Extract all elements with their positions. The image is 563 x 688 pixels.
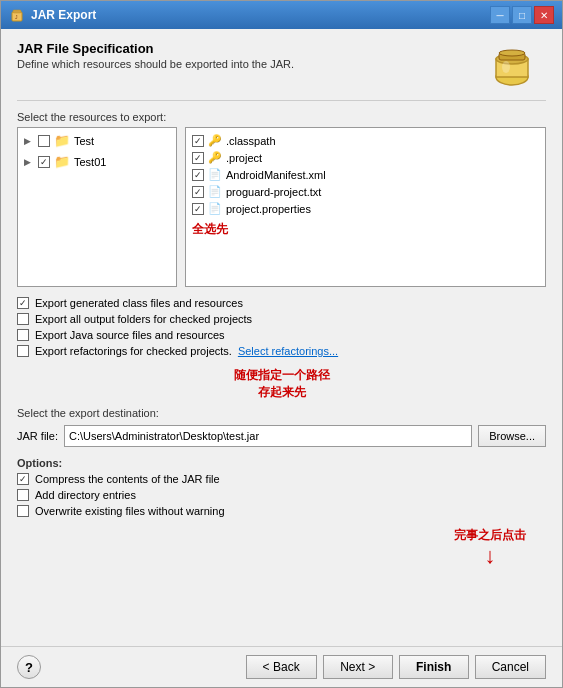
jar-checkbox-1[interactable] [17, 489, 29, 501]
export-option-label-2: Export Java source files and resources [35, 329, 225, 341]
header-area: JAR File Specification Define which reso… [17, 41, 546, 101]
svg-point-8 [502, 61, 510, 73]
file-checkbox-properties[interactable] [192, 203, 204, 215]
annotation-line1: 随便指定一个路径 [234, 367, 330, 384]
footer-left: ? [17, 655, 41, 679]
window-icon: J [9, 7, 25, 23]
destination-section: 随便指定一个路径 存起来先 Select the export destinat… [17, 367, 546, 447]
finish-annotation: 完事之后点击 ↓ [454, 527, 526, 570]
file-item-proguard: 📄 proguard-project.txt [190, 183, 541, 200]
file-item-properties: 📄 project.properties [190, 200, 541, 217]
export-checkbox-0[interactable] [17, 297, 29, 309]
file-checkbox-classpath[interactable] [192, 135, 204, 147]
file-item-classpath: 🔑 .classpath [190, 132, 541, 149]
export-option-2: Export Java source files and resources [17, 329, 546, 341]
main-content: JAR File Specification Define which reso… [1, 29, 562, 646]
jar-option-label-1: Add directory entries [35, 489, 136, 501]
file-name: proguard-project.txt [226, 186, 321, 198]
window-title: JAR Export [31, 8, 96, 22]
minimize-button[interactable]: ─ [490, 6, 510, 24]
footer: ? < Back Next > Finish Cancel [1, 646, 562, 687]
jar-checkbox-0[interactable] [17, 473, 29, 485]
tree-item-label: Test [74, 135, 94, 147]
file-panel[interactable]: 🔑 .classpath 🔑 .project 📄 AndroidManifes… [185, 127, 546, 287]
jar-file-label: JAR file: [17, 430, 58, 442]
export-option-1: Export all output folders for checked pr… [17, 313, 546, 325]
svg-point-7 [499, 50, 525, 56]
tree-item-test01[interactable]: ▶ 📁 Test01 [22, 153, 172, 170]
file-name: project.properties [226, 203, 311, 215]
file-type-icon: 🔑 [208, 151, 222, 164]
title-bar-left: J JAR Export [9, 7, 96, 23]
resource-section: Select the resources to export: ▶ 📁 Test… [17, 111, 546, 287]
dest-row: JAR file: Browse... [17, 425, 546, 447]
title-bar-buttons: ─ □ ✕ [490, 6, 554, 24]
title-bar: J JAR Export ─ □ ✕ [1, 1, 562, 29]
jar-option-1: Add directory entries [17, 489, 546, 501]
jar-file-input[interactable] [64, 425, 472, 447]
expand-arrow: ▶ [24, 136, 34, 146]
export-options-section: Export generated class files and resourc… [17, 297, 546, 357]
tree-checkbox-test[interactable] [38, 135, 50, 147]
file-checkbox-proguard[interactable] [192, 186, 204, 198]
file-item-manifest: 📄 AndroidManifest.xml [190, 166, 541, 183]
export-option-label-1: Export all output folders for checked pr… [35, 313, 252, 325]
annotation-line2: 存起来先 [234, 384, 330, 401]
jar-option-0: Compress the contents of the JAR file [17, 473, 546, 485]
cancel-button[interactable]: Cancel [475, 655, 546, 679]
tree-item-label: Test01 [74, 156, 106, 168]
folder-icon: 📁 [54, 154, 70, 169]
svg-rect-1 [13, 10, 21, 13]
dest-label: Select the export destination: [17, 407, 546, 419]
finish-button[interactable]: Finish [399, 655, 469, 679]
export-checkbox-3[interactable] [17, 345, 29, 357]
file-checkbox-manifest[interactable] [192, 169, 204, 181]
close-button[interactable]: ✕ [534, 6, 554, 24]
jar-options-section: Options: Compress the contents of the JA… [17, 457, 546, 517]
export-option-label-0: Export generated class files and resourc… [35, 297, 243, 309]
jar-option-label-0: Compress the contents of the JAR file [35, 473, 220, 485]
resource-label: Select the resources to export: [17, 111, 546, 123]
jar-icon-large [486, 37, 538, 92]
export-option-label-3: Export refactorings for checked projects… [35, 345, 232, 357]
expand-arrow: ▶ [24, 157, 34, 167]
back-button[interactable]: < Back [246, 655, 317, 679]
jar-option-2: Overwrite existing files without warning [17, 505, 546, 517]
file-item-project: 🔑 .project [190, 149, 541, 166]
file-name: AndroidManifest.xml [226, 169, 326, 181]
next-button[interactable]: Next > [323, 655, 393, 679]
select-refactorings-link[interactable]: Select refactorings... [238, 345, 338, 357]
resource-panels: ▶ 📁 Test ▶ 📁 Test01 [17, 127, 546, 287]
file-type-icon: 📄 [208, 185, 222, 198]
header-text: JAR File Specification Define which reso… [17, 41, 294, 70]
file-name: .project [226, 152, 262, 164]
maximize-button[interactable]: □ [512, 6, 532, 24]
export-option-0: Export generated class files and resourc… [17, 297, 546, 309]
section-subtitle: Define which resources should be exporte… [17, 58, 294, 70]
export-option-3: Export refactorings for checked projects… [17, 345, 546, 357]
path-annotation: 随便指定一个路径 存起来先 [234, 367, 330, 401]
path-annotation-area: 随便指定一个路径 存起来先 [17, 367, 546, 401]
jar-options-label: Options: [17, 457, 546, 469]
finish-annotation-text: 完事之后点击 [454, 527, 526, 544]
bottom-annotation-area: 完事之后点击 ↓ [17, 527, 546, 570]
tree-item-test[interactable]: ▶ 📁 Test [22, 132, 172, 149]
browse-button[interactable]: Browse... [478, 425, 546, 447]
file-type-icon: 📄 [208, 202, 222, 215]
file-checkbox-project[interactable] [192, 152, 204, 164]
jar-export-window: J JAR Export ─ □ ✕ JAR File Specificatio… [0, 0, 563, 688]
finish-arrow: ↓ [454, 543, 526, 569]
tree-checkbox-test01[interactable] [38, 156, 50, 168]
select-all-annotation: 全选先 [190, 217, 541, 242]
file-name: .classpath [226, 135, 276, 147]
folder-icon: 📁 [54, 133, 70, 148]
jar-checkbox-2[interactable] [17, 505, 29, 517]
export-checkbox-1[interactable] [17, 313, 29, 325]
help-button[interactable]: ? [17, 655, 41, 679]
jar-option-label-2: Overwrite existing files without warning [35, 505, 225, 517]
file-type-icon: 🔑 [208, 134, 222, 147]
tree-panel[interactable]: ▶ 📁 Test ▶ 📁 Test01 [17, 127, 177, 287]
export-checkbox-2[interactable] [17, 329, 29, 341]
section-title: JAR File Specification [17, 41, 294, 56]
file-type-icon: 📄 [208, 168, 222, 181]
